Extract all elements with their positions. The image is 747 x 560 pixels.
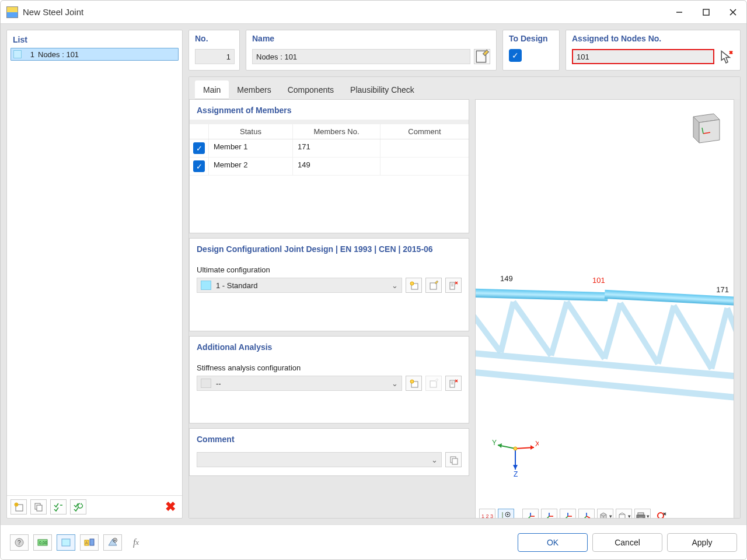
design-config-section: Design Configurationl Joint Design | EN … [189, 238, 469, 331]
svg-line-42 [711, 308, 727, 369]
row-membersno: 171 [292, 139, 380, 157]
minimize-button[interactable] [666, 1, 693, 24]
svg-text:A: A [85, 541, 88, 545]
isometric-button[interactable] [578, 509, 595, 519]
window-title-bar: New Steel Joint [1, 1, 746, 24]
svg-line-64 [527, 516, 530, 519]
comment-heading: Comment [190, 429, 469, 449]
additional-heading: Additional Analysis [190, 337, 469, 356]
table-row[interactable]: ✓ Member 2 149 [190, 158, 469, 176]
svg-marker-52 [530, 445, 534, 450]
row-membersno: 149 [292, 158, 380, 175]
svg-text:X: X [532, 517, 535, 519]
list-item[interactable]: 1 Nodes : 101 [11, 48, 179, 61]
units-button[interactable]: 0,00 [33, 534, 52, 551]
comment-input[interactable]: ⌄ [197, 452, 442, 467]
svg-point-103 [114, 539, 116, 541]
svg-rect-99 [90, 539, 94, 545]
row-status: Member 2 [208, 158, 292, 175]
svg-point-89 [658, 513, 664, 519]
pick-nodes-button[interactable] [718, 49, 734, 64]
reset-zoom-button[interactable] [653, 509, 669, 519]
copy-item-button[interactable] [30, 499, 47, 514]
ok-button[interactable]: OK [518, 533, 588, 552]
new-item-button[interactable] [11, 499, 27, 514]
model-preview[interactable]: 149 101 171 X Y [475, 99, 734, 519]
edit-stiffness-button [425, 376, 442, 391]
svg-text:X: X [535, 440, 539, 448]
visibility-button[interactable] [103, 534, 122, 551]
orientation-cube-icon[interactable] [685, 108, 725, 149]
axis-z-button[interactable]: -Z [560, 509, 576, 519]
color-swatch-button[interactable] [57, 534, 75, 551]
list-item-index: 1 [25, 50, 34, 59]
to-design-box: To Design ✓ [502, 30, 560, 71]
check-all-button[interactable] [50, 499, 67, 514]
list-panel: List 1 Nodes : 101 ✖ [6, 30, 183, 519]
delete-item-button[interactable]: ✖ [162, 499, 179, 514]
tabs-bar: Main Members Components Plausibility Che… [189, 77, 740, 99]
view-cube-button[interactable]: ▾ [597, 509, 613, 519]
no-field-box: No. 1 [189, 30, 240, 71]
tab-plausibility-check[interactable]: Plausibility Check [342, 80, 423, 99]
edit-config-button[interactable] [425, 278, 442, 293]
tab-components[interactable]: Components [280, 80, 342, 99]
window-title: New Steel Joint [23, 7, 666, 17]
pick-stiffness-button[interactable] [445, 376, 462, 391]
name-input[interactable]: Nodes : 101 [252, 49, 470, 64]
close-button[interactable] [720, 1, 746, 24]
labels-button[interactable]: A [80, 534, 99, 551]
node-label-right: 171 [715, 285, 730, 294]
svg-point-63 [507, 514, 509, 516]
coordinate-axes-icon: X Y Z [492, 436, 539, 477]
svg-rect-86 [638, 513, 644, 515]
chevron-down-icon: ⌄ [392, 281, 398, 290]
svg-rect-30 [452, 459, 458, 464]
chevron-down-icon: ⌄ [431, 456, 438, 464]
row-checkbox[interactable]: ✓ [193, 160, 205, 172]
svg-marker-58 [513, 465, 518, 470]
axis-x-button[interactable]: X [522, 509, 539, 519]
assigned-box: Assigned to Nodes No. 101 [566, 30, 741, 71]
show-dimensions-button[interactable] [498, 509, 514, 519]
svg-rect-9 [37, 505, 42, 511]
design-config-heading: Design Configurationl Joint Design | EN … [190, 239, 469, 258]
assignment-section: Assignment of Members Status Members No.… [189, 99, 469, 233]
assigned-nodes-input[interactable]: 101 [572, 49, 714, 64]
col-status-header: Status [208, 124, 292, 139]
svg-text:-Z: -Z [568, 517, 573, 519]
table-row[interactable]: ✓ Member 1 171 [190, 139, 469, 158]
no-input[interactable]: 1 [195, 49, 235, 64]
row-checkbox[interactable]: ✓ [193, 142, 205, 154]
axis-y-button[interactable]: -Y [541, 509, 557, 519]
maximize-button[interactable] [693, 1, 720, 24]
help-button[interactable]: ? [10, 534, 29, 551]
svg-text:0,00: 0,00 [39, 541, 47, 545]
svg-rect-1 [703, 9, 709, 15]
tab-members[interactable]: Members [229, 80, 279, 99]
svg-point-22 [410, 380, 414, 383]
edit-name-button[interactable] [474, 49, 490, 64]
comment-library-button[interactable] [445, 452, 462, 467]
ultimate-config-combo[interactable]: 1 - Standard ⌄ [197, 278, 402, 293]
apply-button[interactable]: Apply [667, 533, 737, 552]
svg-rect-97 [62, 539, 70, 546]
to-design-checkbox[interactable]: ✓ [509, 49, 522, 62]
svg-text:?: ? [18, 540, 21, 546]
tab-main[interactable]: Main [195, 80, 229, 99]
name-field-box: Name Nodes : 101 [246, 30, 497, 71]
svg-line-68 [546, 516, 549, 519]
pick-config-button[interactable] [445, 278, 462, 293]
stiffness-config-label: Stiffness analysis configuration [197, 363, 462, 372]
numbering-button[interactable]: 1 2 3 [479, 509, 495, 519]
cancel-button[interactable]: Cancel [592, 533, 662, 552]
assignment-heading: Assignment of Members [190, 100, 469, 120]
stiffness-config-combo[interactable]: -- ⌄ [197, 376, 402, 391]
new-stiffness-button[interactable] [406, 376, 422, 391]
swap-check-button[interactable] [70, 499, 86, 514]
print-button[interactable]: ▾ [634, 509, 651, 519]
formula-button[interactable]: fx [127, 534, 145, 551]
wireframe-button[interactable]: ▾ [616, 509, 632, 519]
additional-analysis-section: Additional Analysis Stiffness analysis c… [189, 336, 469, 424]
new-config-button[interactable] [406, 278, 422, 293]
